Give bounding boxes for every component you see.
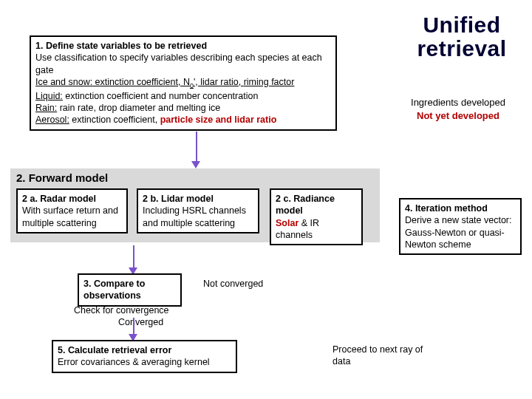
step3-title: 3. Compare to observations [83, 278, 176, 302]
step5-title: 5. Calculate retrieval error [58, 344, 231, 356]
step2b-title: 2 b. Lidar model [143, 193, 253, 205]
proceed-text: Proceed to next ray of data [332, 344, 443, 368]
step2c-solar: Solar [276, 218, 299, 228]
liquid-rest: extinction coefficient and number concen… [63, 91, 259, 101]
step3-box: 3. Compare to observations [78, 273, 182, 307]
aerosol-red: particle size and lidar ratio [160, 115, 277, 125]
rain-rest: rain rate, drop diameter [57, 103, 158, 113]
ice-label: Ice and snow: [35, 77, 92, 87]
status-legend: Ingredients developed Not yet developed [399, 96, 517, 123]
step2c-box: 2 c. Radiance model Solar & IR channels [270, 188, 363, 245]
forward-header: 2. Forward model [16, 171, 108, 184]
step1-box: 1. Define state variables to be retrieve… [30, 35, 337, 131]
page-title: Unified retrieval [399, 13, 525, 60]
step1-rain: Rain: rain rate, drop diameter and melti… [35, 102, 331, 114]
step2c-title: 2 c. Radiance model [276, 193, 357, 217]
step3-check: Check for convergence [74, 304, 169, 316]
step3-converged: Converged [118, 316, 163, 328]
liquid-label: Liquid: [35, 91, 63, 101]
step5-body: Error covariances & averaging kernel [58, 356, 231, 368]
ice-rest1: extinction coefficient, N [92, 77, 190, 87]
step2a-title: 2 a. Radar model [22, 193, 122, 205]
step1-title: 1. Define state variables to be retrieve… [35, 40, 331, 52]
step1-liquid: Liquid: extinction coefficient and numbe… [35, 90, 331, 102]
step4-title: 4. Iteration method [405, 202, 516, 214]
rain-label: Rain: [35, 103, 57, 113]
step2b-box: 2 b. Lidar model Including HSRL channels… [137, 188, 259, 233]
step2a-body: With surface return and multiple scatter… [22, 205, 122, 229]
title-line1: Unified [399, 13, 525, 37]
arrow-icon [133, 318, 134, 334]
status-developed: Ingredients developed [399, 96, 517, 109]
title-line2: retrieval [399, 37, 525, 61]
ice-riming: riming factor [244, 77, 295, 87]
step1-ice: Ice and snow: extinction coefficient, N0… [35, 76, 331, 90]
step4-box: 4. Iteration method Derive a new state v… [399, 198, 522, 255]
arrow-icon [196, 132, 197, 161]
aerosol-label: Aerosol: [35, 115, 69, 125]
step2b-body: Including HSRL channels and multiple sca… [143, 205, 253, 229]
step5-box: 5. Calculate retrieval error Error covar… [52, 340, 237, 373]
step1-line1: Use classification to specify variables … [35, 52, 331, 76]
step2a-box: 2 a. Radar model With surface return and… [16, 188, 128, 233]
status-notyet: Not yet developed [399, 109, 517, 123]
arrow-icon [133, 245, 134, 267]
step4-body: Derive a new state vector: Gauss-Newton … [405, 214, 516, 250]
rain-melt: and melting ice [158, 103, 220, 113]
step3-notconv: Not converged [203, 278, 263, 290]
aerosol-rest: extinction coefficient, [69, 115, 160, 125]
step1-aerosol: Aerosol: extinction coefficient, particl… [35, 114, 331, 126]
step2c-body: Solar & IR channels [276, 217, 357, 242]
ice-rest2: ', lidar ratio, [194, 77, 244, 87]
